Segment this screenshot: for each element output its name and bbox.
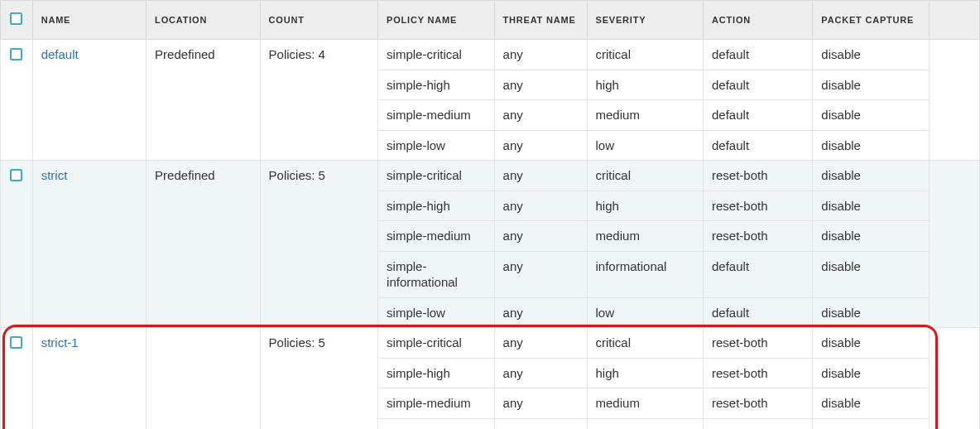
policy-name-cell: simple-medium [378, 100, 494, 131]
count-cell: Policies: 4 [260, 40, 378, 161]
action-cell: default [704, 40, 813, 70]
severity-cell: high [587, 358, 703, 388]
packet-capture-cell: disable [813, 358, 929, 388]
packet-capture-cell: disable [813, 40, 929, 70]
header-policy-name[interactable]: POLICY NAME [378, 1, 494, 40]
profile-name-link[interactable]: strict-1 [41, 335, 79, 349]
threat-name-cell: any [494, 328, 587, 359]
profile-name-link[interactable]: default [41, 47, 79, 61]
header-action[interactable]: ACTION [704, 1, 813, 40]
action-cell: reset-both [704, 328, 813, 359]
table-row: strictPredefinedPolicies: 5simple-critic… [1, 161, 980, 191]
location-cell: Predefined [147, 161, 260, 328]
header-name[interactable]: NAME [32, 1, 146, 40]
profile-name-cell: strict-1 [32, 328, 146, 429]
packet-capture-cell: disable [813, 297, 929, 328]
threat-name-cell: any [494, 358, 587, 388]
action-cell: reset-both [704, 190, 813, 221]
packet-capture-cell: disable [813, 161, 929, 191]
severity-cell: informational [587, 251, 703, 297]
policy-name-cell: simple-high [378, 190, 494, 221]
policy-name-cell: simple-informational [378, 251, 494, 297]
profile-name-link[interactable]: strict [41, 168, 68, 182]
packet-capture-cell: disable [813, 328, 929, 359]
location-cell [147, 328, 260, 429]
row-checkbox-cell [1, 161, 33, 328]
policy-name-cell: simple-high [378, 358, 494, 388]
policy-name-cell: simple-critical [378, 328, 494, 359]
threat-name-cell: any [494, 190, 587, 221]
header-row: NAME LOCATION COUNT POLICY NAME THREAT N… [1, 1, 980, 40]
policy-name-cell: simple-medium [378, 221, 494, 252]
policy-name-cell: simple-informational [378, 418, 494, 429]
packet-capture-cell: disable [813, 388, 929, 419]
severity-cell: low [587, 297, 703, 328]
threat-name-cell: any [494, 40, 587, 70]
severity-cell: critical [587, 161, 703, 191]
action-cell: reset-both [704, 161, 813, 191]
action-cell: reset-both [704, 221, 813, 252]
extra-cell [929, 161, 979, 328]
threat-name-cell: any [494, 70, 587, 100]
packet-capture-cell: disable [813, 70, 929, 100]
policy-name-cell: simple-critical [378, 161, 494, 191]
table-row: strict-1Policies: 5simple-criticalanycri… [1, 328, 980, 359]
threat-name-cell: any [494, 251, 587, 297]
packet-capture-cell: disable [813, 100, 929, 131]
row-checkbox[interactable] [10, 169, 22, 181]
header-packet-capture[interactable]: PACKET CAPTURE [813, 1, 929, 40]
threat-name-cell: any [494, 161, 587, 191]
threat-name-cell: any [494, 297, 587, 328]
select-all-checkbox[interactable] [10, 12, 22, 25]
threat-name-cell: any [494, 130, 587, 161]
packet-capture-cell: disable [813, 221, 929, 252]
severity-cell: medium [587, 388, 703, 419]
action-cell: default [704, 418, 813, 429]
header-severity[interactable]: SEVERITY [587, 1, 703, 40]
header-extra [929, 1, 979, 40]
policy-name-cell: simple-low [378, 297, 494, 328]
severity-cell: critical [587, 40, 703, 70]
extra-cell [929, 328, 979, 429]
packet-capture-cell: disable [813, 418, 929, 429]
count-cell: Policies: 5 [260, 328, 378, 429]
severity-cell: medium [587, 221, 703, 252]
header-checkbox-cell [1, 1, 33, 40]
count-cell: Policies: 5 [260, 161, 378, 328]
action-cell: default [704, 297, 813, 328]
packet-capture-cell: disable [813, 130, 929, 161]
profiles-table: NAME LOCATION COUNT POLICY NAME THREAT N… [0, 0, 980, 429]
location-cell: Predefined [147, 40, 260, 161]
policy-name-cell: simple-critical [378, 40, 494, 70]
row-checkbox[interactable] [10, 336, 22, 349]
severity-cell: critical [587, 328, 703, 359]
action-cell: default [704, 251, 813, 297]
action-cell: default [704, 70, 813, 100]
action-cell: reset-both [704, 358, 813, 388]
table-row: defaultPredefinedPolicies: 4simple-criti… [1, 40, 980, 70]
threat-name-cell: any [494, 100, 587, 131]
threat-name-cell: any [494, 388, 587, 419]
action-cell: reset-both [704, 388, 813, 419]
profiles-table-container: NAME LOCATION COUNT POLICY NAME THREAT N… [0, 0, 980, 429]
severity-cell: high [587, 70, 703, 100]
row-checkbox[interactable] [10, 48, 22, 60]
policy-name-cell: simple-high [378, 70, 494, 100]
profile-name-cell: strict [32, 161, 146, 328]
threat-name-cell: any [494, 221, 587, 252]
severity-cell: low [587, 130, 703, 161]
action-cell: default [704, 100, 813, 131]
extra-cell [929, 40, 979, 161]
severity-cell: informational [587, 418, 703, 429]
packet-capture-cell: disable [813, 190, 929, 221]
severity-cell: medium [587, 100, 703, 131]
profile-name-cell: default [32, 40, 146, 161]
row-checkbox-cell [1, 328, 33, 429]
action-cell: default [704, 130, 813, 161]
header-location[interactable]: LOCATION [147, 1, 260, 40]
header-threat-name[interactable]: THREAT NAME [494, 1, 587, 40]
severity-cell: high [587, 190, 703, 221]
policy-name-cell: simple-low [378, 130, 494, 161]
packet-capture-cell: disable [813, 251, 929, 297]
header-count[interactable]: COUNT [260, 1, 378, 40]
